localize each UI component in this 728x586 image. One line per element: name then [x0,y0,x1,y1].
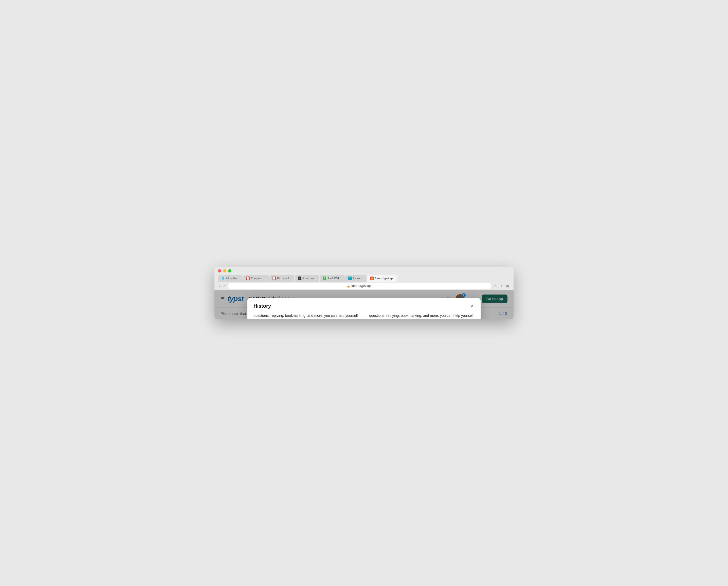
toolbar-actions: ↗ + ⊞ [493,283,510,288]
right-paragraph-1: questions, replying, bookmarking, and mo… [369,313,475,319]
address-bar[interactable]: 🔒 forum.typst.app [228,283,491,289]
browser-tab-4[interactable]: r lib.rs - so... [295,275,319,282]
modal-close-button[interactable]: × [470,302,475,310]
tab-icon-7: 🔒 [370,276,374,280]
tab-icon-2: 📄 [246,276,250,280]
history-modal: History × questions, replying, bookmarki… [247,298,481,319]
modal-overlay: History × questions, replying, bookmarki… [215,290,513,319]
page-body: ☰ typst FAQ/Guidelines 🔍 👤 1 Home Go to … [215,290,513,319]
browser-tab-2[interactable]: 📄 The perso... [243,275,269,282]
tab-icon-5: $ [323,276,326,280]
traffic-light-yellow[interactable] [223,269,226,272]
browser-tab-5[interactable]: $ ProfitWell... [320,275,345,282]
forward-button[interactable]: › [223,283,227,288]
lock-icon: 🔒 [347,284,350,288]
tab-bar: 🌐 Allow the... 📄 The perso... 📄 Process … [218,275,510,282]
modal-title: History [253,303,271,309]
browser-tab-3[interactable]: 📄 Process f... [270,275,294,282]
browser-tab-6[interactable]: T Licenc... [345,275,367,282]
tab-icon-6: T [348,276,352,280]
tab-icon-3: 📄 [273,276,276,280]
tab-icon-4: r [298,276,301,280]
new-tab-button[interactable]: + [499,283,503,288]
share-button[interactable]: ↗ [493,283,498,288]
diff-panel-left: questions, replying, bookmarking, and mo… [253,313,364,319]
traffic-light-red[interactable] [218,269,221,272]
browser-tab-7[interactable]: 🔒 forum.typst.app [367,275,397,282]
browser-tab-1[interactable]: 🌐 Allow the... [218,275,243,282]
modal-body: questions, replying, bookmarking, and mo… [247,313,481,319]
back-button[interactable]: ‹ [218,283,221,288]
modal-header: History × [247,298,481,313]
diff-panel-right: questions, replying, bookmarking, and mo… [364,313,475,319]
left-paragraph-1: questions, replying, bookmarking, and mo… [253,313,359,319]
address-bar-row: ‹ › 🔒 forum.typst.app ↗ + ⊞ [215,282,513,290]
tab-icon-1: 🌐 [221,276,225,280]
tab-list-button[interactable]: ⊞ [505,283,510,288]
traffic-light-green[interactable] [228,269,231,272]
